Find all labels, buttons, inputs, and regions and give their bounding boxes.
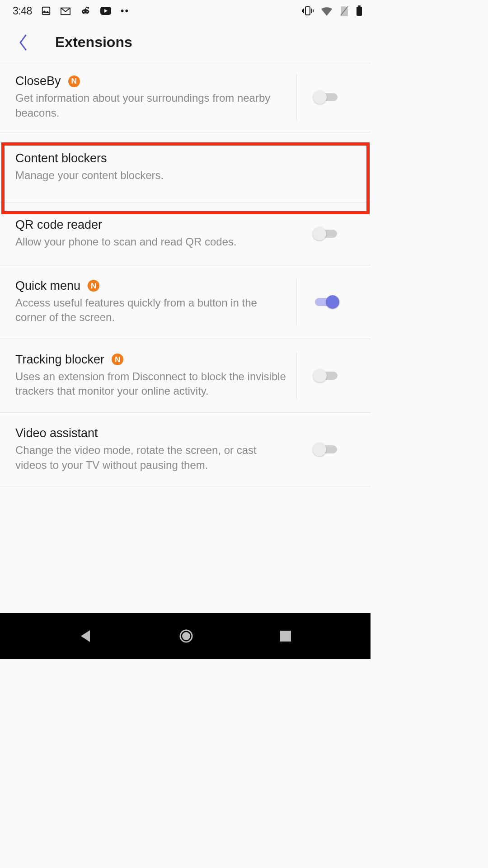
row-desc: Allow your phone to scan and read QR cod…	[15, 235, 287, 250]
row-title: Video assistant	[15, 426, 98, 440]
svg-rect-14	[358, 5, 361, 7]
youtube-icon	[100, 6, 112, 15]
row-title: Tracking blocker	[15, 353, 104, 367]
nav-recent-icon[interactable]	[279, 629, 292, 643]
svg-point-16	[182, 632, 190, 640]
svg-rect-7	[305, 7, 310, 15]
gallery-icon	[41, 6, 51, 16]
row-closeby[interactable]: CloseBy N Get information about your sur…	[0, 63, 371, 132]
row-desc: Uses an extension from Disconnect to blo…	[15, 369, 287, 399]
row-title-line: Tracking blocker N	[15, 353, 287, 367]
row-text: QR code reader Allow your phone to scan …	[15, 218, 296, 250]
back-icon[interactable]	[17, 33, 29, 52]
battery-icon	[356, 5, 362, 16]
svg-point-4	[86, 11, 88, 12]
row-title: CloseBy	[15, 74, 61, 88]
toggle-col	[296, 426, 355, 472]
row-title-line: Quick menu N	[15, 279, 287, 293]
row-text: Tracking blocker N Uses an extension fro…	[15, 353, 296, 399]
row-content-blockers[interactable]: Content blockers Manage your content blo…	[0, 132, 371, 203]
new-badge-icon: N	[112, 354, 123, 365]
row-text: Video assistant Change the video mode, r…	[15, 426, 296, 472]
android-nav-bar	[0, 613, 371, 659]
toggle-qr-code-reader[interactable]	[313, 227, 339, 241]
new-badge-icon: N	[88, 280, 99, 292]
row-text: CloseBy N Get information about your sur…	[15, 74, 296, 120]
extensions-list: CloseBy N Get information about your sur…	[0, 63, 371, 613]
toggle-col	[296, 279, 355, 325]
row-title-line: Video assistant	[15, 426, 287, 440]
no-sim-icon	[340, 5, 349, 16]
reddit-icon	[80, 6, 91, 16]
row-quick-menu[interactable]: Quick menu N Access useful features quic…	[0, 265, 371, 339]
page-title: Extensions	[55, 34, 132, 51]
toggle-col	[296, 74, 355, 120]
row-title: Quick menu	[15, 279, 80, 293]
mail-icon	[60, 6, 71, 16]
row-desc: Get information about your surroundings …	[15, 91, 287, 120]
wifi-icon	[321, 6, 333, 16]
svg-rect-13	[357, 7, 362, 16]
row-title: Content blockers	[15, 151, 107, 165]
row-tracking-blocker[interactable]: Tracking blocker N Uses an extension fro…	[0, 339, 371, 413]
toggle-closeby[interactable]	[313, 90, 339, 104]
status-right	[302, 5, 362, 16]
row-title-line: Content blockers	[15, 151, 346, 165]
toggle-tracking-blocker[interactable]	[313, 369, 339, 382]
svg-rect-0	[42, 7, 50, 15]
toggle-col	[296, 218, 355, 250]
toggle-video-assistant[interactable]	[313, 443, 339, 456]
nav-back-icon[interactable]	[78, 628, 94, 644]
svg-point-3	[83, 11, 84, 12]
row-video-assistant[interactable]: Video assistant Change the video mode, r…	[0, 413, 371, 486]
row-qr-code-reader[interactable]: QR code reader Allow your phone to scan …	[0, 203, 371, 265]
toggle-col	[296, 353, 355, 399]
status-bar: 3:48 ••	[0, 0, 371, 22]
row-title: QR code reader	[15, 218, 102, 232]
row-desc: Change the video mode, rotate the screen…	[15, 443, 287, 472]
row-desc: Manage your content blockers.	[15, 168, 346, 183]
empty-space	[0, 486, 371, 613]
vibrate-icon	[302, 5, 314, 16]
nav-home-icon[interactable]	[178, 628, 194, 644]
row-title-line: CloseBy N	[15, 74, 287, 88]
row-text: Content blockers Manage your content blo…	[15, 151, 355, 183]
row-desc: Access useful features quickly from a bu…	[15, 296, 287, 325]
status-left: 3:48 ••	[13, 5, 129, 17]
row-title-line: QR code reader	[15, 218, 287, 232]
row-text: Quick menu N Access useful features quic…	[15, 279, 296, 325]
toggle-quick-menu[interactable]	[313, 295, 339, 309]
more-dots-icon: ••	[121, 5, 129, 17]
new-badge-icon: N	[68, 75, 80, 87]
svg-rect-17	[280, 631, 291, 642]
status-time: 3:48	[13, 5, 32, 17]
app-bar: Extensions	[0, 22, 371, 63]
